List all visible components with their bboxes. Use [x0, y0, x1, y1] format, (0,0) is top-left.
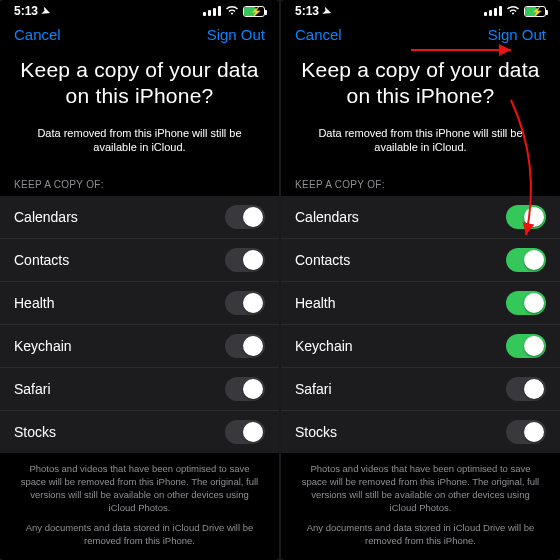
list-item-label: Safari: [295, 381, 332, 397]
battery-icon: ⚡: [524, 6, 546, 17]
cell-signal-icon: [203, 6, 221, 16]
page-subtitle: Data removed from this iPhone will still…: [281, 122, 560, 174]
list-item-label: Keychain: [295, 338, 353, 354]
page-title: Keep a copy of your data on this iPhone?: [281, 49, 560, 122]
toggle-stocks[interactable]: [506, 420, 546, 444]
list-item: Health: [0, 282, 279, 325]
section-header: KEEP A COPY OF:: [281, 173, 560, 196]
list-item-label: Keychain: [14, 338, 72, 354]
toggle-health[interactable]: [225, 291, 265, 315]
list-item: Contacts: [281, 239, 560, 282]
toggle-keychain[interactable]: [225, 334, 265, 358]
data-list: Calendars Contacts Health Keychain Safar…: [281, 196, 560, 453]
footer-text: Photos and videos that have been optimis…: [0, 453, 279, 560]
list-item-label: Safari: [14, 381, 51, 397]
toggle-contacts[interactable]: [225, 248, 265, 272]
signout-button[interactable]: Sign Out: [488, 26, 546, 43]
list-item-label: Stocks: [14, 424, 56, 440]
toggle-stocks[interactable]: [225, 420, 265, 444]
data-list: Calendars Contacts Health Keychain Safar…: [0, 196, 279, 453]
cancel-button[interactable]: Cancel: [14, 26, 61, 43]
list-item: Stocks: [281, 411, 560, 453]
list-item: Keychain: [0, 325, 279, 368]
list-item-label: Health: [295, 295, 335, 311]
list-item: Safari: [281, 368, 560, 411]
section-header: KEEP A COPY OF:: [0, 173, 279, 196]
nav-bar: Cancel Sign Out: [0, 18, 279, 49]
screenshot-right: 5:13 ➤ ⚡ Cancel Sign Out Keep a copy of …: [281, 0, 560, 560]
toggle-safari[interactable]: [506, 377, 546, 401]
status-bar: 5:13 ➤ ⚡: [281, 0, 560, 18]
list-item: Contacts: [0, 239, 279, 282]
list-item-label: Calendars: [295, 209, 359, 225]
list-item: Health: [281, 282, 560, 325]
wifi-icon: [225, 5, 239, 17]
list-item: Calendars: [0, 196, 279, 239]
toggle-health[interactable]: [506, 291, 546, 315]
toggle-safari[interactable]: [225, 377, 265, 401]
list-item-label: Health: [14, 295, 54, 311]
signout-button[interactable]: Sign Out: [207, 26, 265, 43]
list-item: Safari: [0, 368, 279, 411]
list-item-label: Calendars: [14, 209, 78, 225]
toggle-calendars[interactable]: [225, 205, 265, 229]
screenshot-left: 5:13 ➤ ⚡ Cancel Sign Out Keep a copy of …: [0, 0, 279, 560]
list-item: Calendars: [281, 196, 560, 239]
toggle-calendars[interactable]: [506, 205, 546, 229]
toggle-contacts[interactable]: [506, 248, 546, 272]
list-item-label: Stocks: [295, 424, 337, 440]
list-item-label: Contacts: [14, 252, 69, 268]
page-title: Keep a copy of your data on this iPhone?: [0, 49, 279, 122]
list-item: Stocks: [0, 411, 279, 453]
status-time: 5:13: [295, 4, 319, 18]
battery-icon: ⚡: [243, 6, 265, 17]
list-item: Keychain: [281, 325, 560, 368]
wifi-icon: [506, 5, 520, 17]
cancel-button[interactable]: Cancel: [295, 26, 342, 43]
list-item-label: Contacts: [295, 252, 350, 268]
location-icon: ➤: [321, 4, 332, 17]
footer-text: Photos and videos that have been optimis…: [281, 453, 560, 560]
location-icon: ➤: [40, 4, 51, 17]
cell-signal-icon: [484, 6, 502, 16]
status-time: 5:13: [14, 4, 38, 18]
status-bar: 5:13 ➤ ⚡: [0, 0, 279, 18]
toggle-keychain[interactable]: [506, 334, 546, 358]
page-subtitle: Data removed from this iPhone will still…: [0, 122, 279, 174]
nav-bar: Cancel Sign Out: [281, 18, 560, 49]
